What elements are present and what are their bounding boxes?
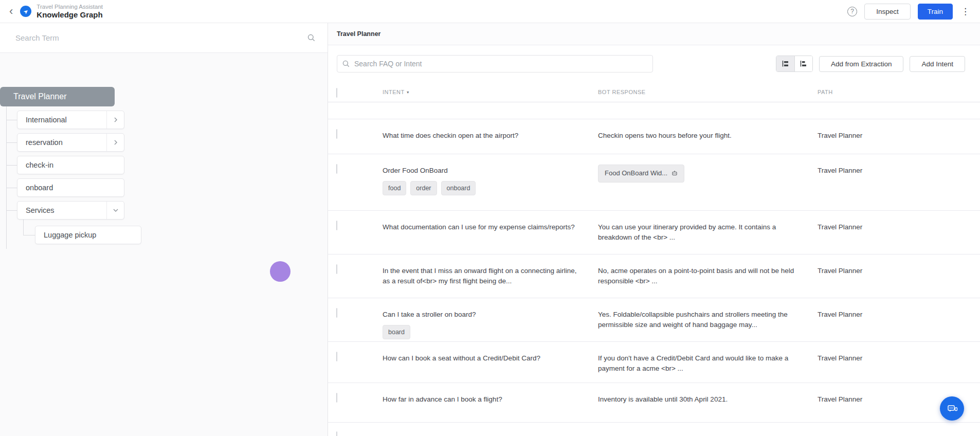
intent-text: How far in advance can I book a flight? <box>383 394 579 405</box>
tree-connector <box>6 120 17 120</box>
back-chevron-icon[interactable]: ‹ <box>7 6 15 16</box>
row-checkbox[interactable] <box>336 164 337 174</box>
tree-node-services[interactable]: Services <box>17 201 124 220</box>
faq-search-bar <box>337 55 653 72</box>
tree-root-node[interactable]: Travel Planner <box>0 87 115 106</box>
bot-response-cell: Food OnBoard Wid... <box>598 154 818 210</box>
term-search-bar <box>0 23 328 53</box>
app-subtitle: Travel Planning Assistant <box>37 4 103 10</box>
intent-text: What time does checkin open at the airpo… <box>383 131 579 141</box>
kebab-menu-icon[interactable]: ⋮ <box>960 6 971 17</box>
chevron-down-icon[interactable] <box>106 202 124 219</box>
intent-text: Can I take a stroller on board? <box>383 310 579 320</box>
chevron-right-icon[interactable] <box>106 111 124 129</box>
bot-response-cell: No, acme operates on a point-to-point ba… <box>598 255 818 298</box>
tag-row: foodorderonboard <box>383 181 579 195</box>
column-header-intent[interactable]: INTENT ▼ <box>383 82 598 102</box>
tree-connector <box>6 165 17 166</box>
row-checkbox-cell <box>328 119 383 154</box>
faq-search-input[interactable] <box>354 60 647 68</box>
flat-view-toggle[interactable] <box>794 56 812 71</box>
row-checkbox-cell <box>328 342 383 383</box>
row-checkbox[interactable] <box>336 431 337 436</box>
row-checkbox[interactable] <box>336 308 337 318</box>
intent-tag: food <box>383 181 406 195</box>
faq-panel: Travel Planner <box>328 23 980 436</box>
table-row[interactable]: Can I take a stroller on board?boardYes.… <box>328 298 980 342</box>
add-from-extraction-button[interactable]: Add from Extraction <box>819 56 904 72</box>
bot-icon <box>672 170 678 176</box>
bot-response-cell: If you don't have a Credit/Debit Card an… <box>598 342 818 383</box>
row-checkbox[interactable] <box>336 129 337 139</box>
top-header: ‹ ➤ Travel Planning Assistant Knowledge … <box>0 0 980 23</box>
row-checkbox-cell <box>328 255 383 298</box>
bot-response-cell: Checkin opens two hours before your flig… <box>598 119 818 154</box>
response-widget-chip[interactable]: Food OnBoard Wid... <box>598 165 684 183</box>
train-button[interactable]: Train <box>918 4 953 20</box>
path-cell: Travel Planner <box>818 255 980 298</box>
tree-connector <box>6 142 17 143</box>
table-row[interactable]: Order Food OnBoardfoodorderonboardFood O… <box>328 154 980 211</box>
tree-node-reservation[interactable]: reservation <box>17 133 124 152</box>
tree-node-international[interactable]: International <box>17 111 124 129</box>
row-checkbox-cell <box>328 383 383 422</box>
intent-text: Order Food OnBoard <box>383 166 579 176</box>
table-row[interactable]: In the event that I miss an onward fligh… <box>328 255 980 298</box>
table-row[interactable]: What time does checkin open at the airpo… <box>328 119 980 154</box>
table-row[interactable]: What documentation can I use for my expe… <box>328 211 980 255</box>
row-checkbox-cell <box>328 154 383 210</box>
sort-caret-icon: ▼ <box>406 90 410 94</box>
column-header-path: PATH <box>818 82 980 102</box>
bot-response-text: No, acme operates on a point-to-point ba… <box>598 266 796 286</box>
add-intent-button[interactable]: Add Intent <box>910 56 965 72</box>
help-icon[interactable]: ? <box>847 7 857 16</box>
response-widget-label: Food OnBoard Wid... <box>605 169 667 178</box>
intent-cell: What documentation can I use for my expe… <box>383 211 598 254</box>
bot-response-text: You can use your itinerary provided by a… <box>598 222 796 242</box>
row-checkbox-cell <box>328 211 383 254</box>
term-search-input[interactable] <box>15 33 307 42</box>
bot-response-cell: Inventory is available until 30th April … <box>598 383 818 422</box>
page-title: Knowledge Graph <box>37 10 103 19</box>
row-checkbox[interactable] <box>336 221 337 230</box>
row-checkbox[interactable] <box>336 352 337 361</box>
tree-node-check-in[interactable]: check-in <box>17 156 124 174</box>
bot-response-text: Yes. Foldable/collapsible pushchairs and… <box>598 310 796 330</box>
chat-widget-button[interactable] <box>940 396 964 421</box>
chat-bubble-icon <box>946 403 958 415</box>
tree-node-onboard[interactable]: onboard <box>17 178 124 197</box>
kg-tree: Travel Planner International reservation… <box>0 53 328 436</box>
intent-cell: Order Food OnBoardfoodorderonboard <box>383 154 598 210</box>
table-row[interactable]: How far in advance can I book a flight?I… <box>328 383 980 423</box>
tree-connector <box>6 188 17 188</box>
intent-cell: Can I take a stroller on board?board <box>383 298 598 341</box>
cursor-indicator <box>270 261 291 282</box>
row-checkbox-cell <box>328 298 383 341</box>
intent-tag: order <box>410 181 437 195</box>
tree-view-toggle[interactable] <box>776 56 794 71</box>
bot-response-text: If you don't have a Credit/Debit Card an… <box>598 353 796 373</box>
intent-cell: In the event that I miss an onward fligh… <box>383 255 598 298</box>
intent-text: How can I book a seat without a Credit/D… <box>383 353 579 364</box>
faq-table: INTENT ▼ BOT RESPONSE PATH What time doe… <box>328 82 980 436</box>
column-header-bot-response: BOT RESPONSE <box>598 82 818 102</box>
intent-cell: How far in advance can I book a flight? <box>383 383 598 422</box>
inspect-button[interactable]: Inspect <box>864 4 911 20</box>
flat-view-icon <box>800 60 807 68</box>
table-body: What time does checkin open at the airpo… <box>328 102 980 436</box>
tree-connector <box>6 106 7 249</box>
table-header-row: INTENT ▼ BOT RESPONSE PATH <box>328 82 980 102</box>
row-checkbox[interactable] <box>336 393 337 403</box>
tree-connector <box>6 210 17 211</box>
table-row[interactable]: How can I book a seat without a Credit/D… <box>328 342 980 383</box>
intent-tag: board <box>383 325 410 339</box>
row-checkbox[interactable] <box>336 264 337 274</box>
tree-node-luggage-pickup[interactable]: Luggage pickup <box>35 226 141 244</box>
intent-text: What documentation can I use for my expe… <box>383 222 579 232</box>
path-cell: Travel Planner <box>818 342 980 383</box>
table-row-partial[interactable] <box>328 423 980 436</box>
select-all-checkbox[interactable] <box>336 88 337 98</box>
chevron-right-icon[interactable] <box>106 134 124 151</box>
intent-text: In the event that I miss an onward fligh… <box>383 266 579 286</box>
bot-response-cell: Yes. Foldable/collapsible pushchairs and… <box>598 298 818 341</box>
